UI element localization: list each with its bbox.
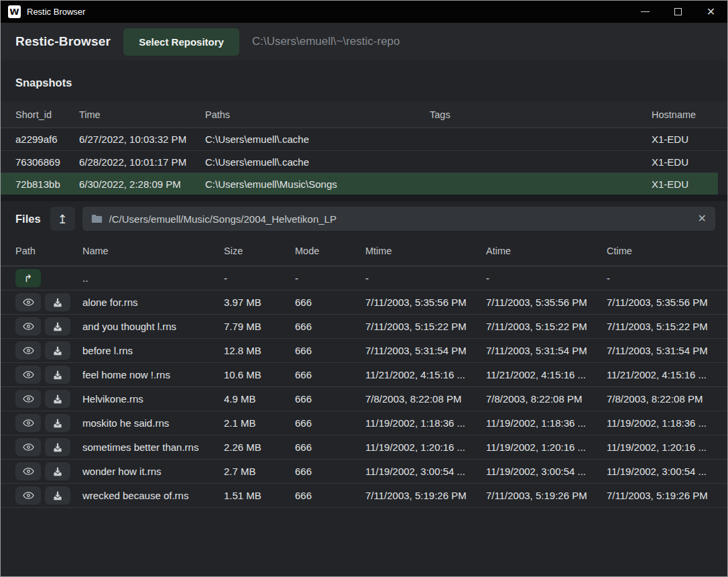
file-ctime: 11/19/2002, 1:20:16 ... — [607, 441, 715, 453]
file-atime: 11/19/2002, 3:00:54 ... — [486, 466, 607, 477]
view-file-button[interactable] — [15, 462, 41, 480]
file-name: and you thought l.rns — [82, 321, 224, 332]
file-row: wrecked because of.rns 1.51 MB 666 7/11/… — [1, 484, 727, 508]
download-file-button[interactable] — [45, 462, 70, 480]
download-file-button[interactable] — [45, 293, 70, 311]
download-icon — [53, 298, 62, 307]
wails-logo-icon: W — [8, 5, 21, 18]
maximize-button[interactable] — [662, 1, 694, 23]
eye-icon — [23, 322, 34, 331]
download-icon — [53, 346, 62, 356]
view-file-button[interactable] — [15, 438, 41, 456]
download-icon — [53, 322, 62, 331]
file-size: 7.79 MB — [224, 321, 295, 332]
snapshot-paths: C:\Users\emuell\.cache — [205, 134, 430, 145]
file-row: wonder how it.rns 2.7 MB 666 11/19/2002,… — [1, 460, 727, 484]
file-mode: 666 — [295, 417, 365, 429]
file-mtime: 7/11/2003, 5:15:22 PM — [365, 321, 486, 332]
file-size: 2.26 MB — [224, 441, 295, 453]
view-file-button[interactable] — [15, 486, 41, 505]
snapshot-row[interactable]: 72b813bb 6/30/2022, 2:28:09 PM C:\Users\… — [1, 172, 718, 195]
file-mode: 666 — [295, 490, 365, 501]
files-toolbar: Files ↥ /C/Users/emuell/Music/Songs/2004… — [1, 201, 727, 236]
file-mtime: 7/11/2003, 5:31:54 PM — [365, 345, 486, 356]
view-file-button[interactable] — [15, 317, 41, 335]
snapshot-row[interactable]: a2299af6 6/27/2022, 10:03:32 PM C:\Users… — [1, 128, 727, 150]
file-row: Helvikone.rns 4.9 MB 666 7/8/2003, 8:22:… — [1, 387, 727, 411]
file-row: moskito he said.rns 2.1 MB 666 11/19/200… — [1, 411, 727, 435]
download-file-button[interactable] — [45, 366, 70, 384]
current-path-bar[interactable]: /C/Users/emuell/Music/Songs/2004_Helveti… — [82, 207, 715, 231]
snapshot-time: 6/28/2022, 10:01:17 PM — [79, 156, 205, 168]
file-mode: 666 — [295, 345, 365, 356]
view-file-button[interactable] — [15, 414, 41, 432]
file-size: 10.6 MB — [224, 369, 295, 380]
app-window: W Restic Browser ✕ Restic-Browser Select… — [0, 0, 728, 577]
eye-icon — [23, 443, 34, 452]
file-atime: 11/21/2002, 4:15:16 ... — [486, 369, 607, 380]
file-ctime: 7/11/2003, 5:15:22 PM — [607, 321, 715, 332]
file-name: sometimes better than.rns — [82, 441, 224, 453]
file-mode: 666 — [295, 466, 365, 477]
file-name: wonder how it.rns — [82, 466, 224, 477]
file-row: before l.rns 12.8 MB 666 7/11/2003, 5:31… — [1, 339, 727, 363]
repository-toolbar: Restic-Browser Select Repository C:\User… — [1, 23, 727, 60]
close-icon: ✕ — [707, 5, 715, 18]
file-name: wrecked because of.rns — [82, 490, 224, 501]
column-header-size: Size — [224, 246, 295, 256]
download-file-button[interactable] — [45, 414, 70, 432]
file-atime: 7/11/2003, 5:19:26 PM — [486, 490, 607, 501]
file-mode: 666 — [295, 297, 365, 308]
download-icon — [53, 443, 62, 452]
column-header-tags: Tags — [430, 109, 652, 120]
file-mode: 666 — [295, 393, 365, 405]
column-header-atime: Atime — [486, 246, 607, 256]
snapshot-paths: C:\Users\emuell\Music\Songs — [205, 178, 430, 190]
titlebar: W Restic Browser ✕ — [1, 1, 727, 23]
download-file-button[interactable] — [45, 342, 70, 360]
repository-path: C:\Users\emuell\~\restic-repo — [252, 35, 400, 48]
download-file-button[interactable] — [45, 317, 70, 335]
file-atime: 7/8/2003, 8:22:08 PM — [486, 393, 607, 405]
go-to-root-button[interactable]: ↥ — [50, 207, 75, 231]
eye-icon — [23, 370, 34, 379]
file-size: 2.7 MB — [224, 466, 295, 477]
app-title: Restic-Browser — [15, 34, 111, 49]
snapshot-hostname: X1-EDU — [652, 178, 706, 190]
eye-icon — [23, 491, 34, 500]
close-button[interactable]: ✕ — [694, 1, 727, 23]
view-file-button[interactable] — [15, 293, 41, 311]
snapshot-row[interactable]: 76306869 6/28/2022, 10:01:17 PM C:\Users… — [1, 150, 727, 172]
file-row: feel home now !.rns 10.6 MB 666 11/21/20… — [1, 363, 727, 387]
column-header-time: Time — [79, 109, 205, 120]
download-file-button[interactable] — [45, 390, 70, 408]
parent-dir-arrow-icon: ↱ — [24, 272, 33, 284]
eye-icon — [23, 298, 34, 307]
snapshot-short-id: 72b813bb — [15, 178, 79, 190]
file-atime: 7/11/2003, 5:31:54 PM — [486, 345, 607, 356]
select-repository-button[interactable]: Select Repository — [123, 28, 239, 56]
file-size: 12.8 MB — [224, 345, 295, 356]
file-ctime: 7/11/2003, 5:19:26 PM — [607, 490, 715, 501]
view-file-button[interactable] — [15, 342, 41, 360]
snapshot-time: 6/30/2022, 2:28:09 PM — [79, 178, 205, 190]
window-title: Restic Browser — [27, 7, 85, 17]
minimize-button[interactable] — [629, 1, 662, 23]
go-up-directory-button[interactable]: ↱ — [15, 269, 41, 287]
download-file-button[interactable] — [45, 486, 70, 505]
file-size: 4.9 MB — [224, 393, 295, 405]
eye-icon — [23, 467, 34, 476]
view-file-button[interactable] — [15, 366, 41, 384]
file-mtime: 7/8/2003, 8:22:08 PM — [365, 393, 486, 405]
files-heading: Files — [15, 213, 41, 225]
snapshot-short-id: a2299af6 — [15, 134, 79, 145]
clear-path-icon[interactable]: ✕ — [698, 213, 707, 224]
file-atime: 7/11/2003, 5:15:22 PM — [486, 321, 607, 332]
download-icon — [53, 395, 62, 404]
file-ctime: 11/19/2002, 1:18:36 ... — [607, 417, 715, 429]
view-file-button[interactable] — [15, 390, 41, 408]
file-atime: 11/19/2002, 1:18:36 ... — [486, 417, 607, 429]
snapshots-table-body: a2299af6 6/27/2022, 10:03:32 PM C:\Users… — [1, 128, 727, 195]
download-file-button[interactable] — [45, 438, 70, 456]
file-mtime: - — [365, 272, 486, 284]
